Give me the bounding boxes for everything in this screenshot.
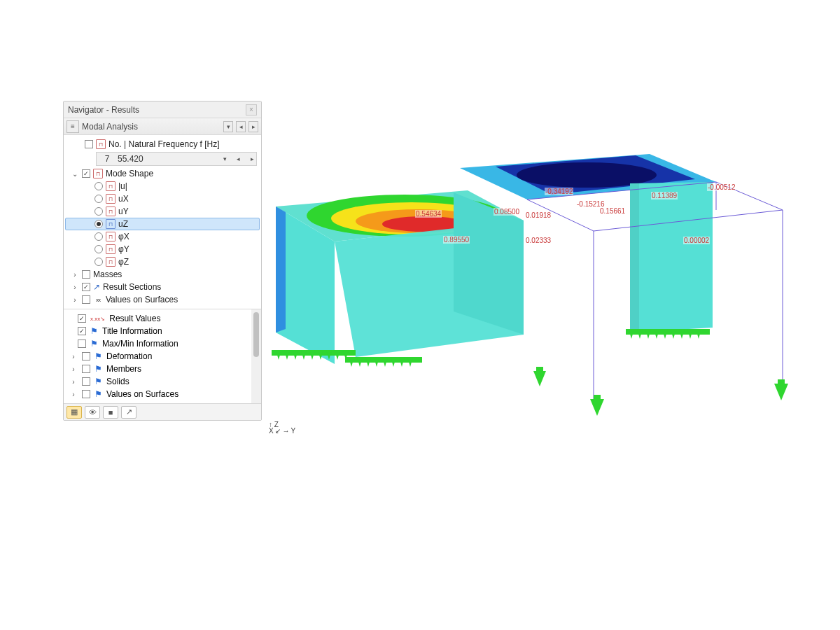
title-info-row[interactable]: ⚑ Title Information <box>65 325 250 337</box>
option-uz[interactable]: ⊓ uZ <box>65 218 260 230</box>
label-uz: uZ <box>118 219 128 229</box>
analysis-next-button[interactable]: ▸ <box>248 121 258 132</box>
option-phiz[interactable]: ⊓ φZ <box>65 255 260 268</box>
glyph-icon: ⊓ <box>106 244 115 254</box>
panel-bottom-toolbar: ▦ 👁 ■ ↗ <box>64 403 261 420</box>
expand-icon[interactable]: › <box>69 378 78 386</box>
tab-view-button[interactable]: 👁 <box>85 406 100 419</box>
expand-icon[interactable]: › <box>71 296 79 304</box>
deformation-label: Deformation <box>106 351 152 361</box>
radio-u-abs[interactable] <box>94 182 103 190</box>
members-checkbox[interactable] <box>82 365 90 373</box>
masses-label: Masses <box>93 270 122 279</box>
option-u-abs[interactable]: ⊓ |u| <box>65 180 260 192</box>
radio-phiy[interactable] <box>94 245 103 253</box>
result-values-icon: x.xx↘ <box>90 316 105 322</box>
navigator-results-panel: Navigator - Results × ≡ Modal Analysis ▾… <box>63 101 262 421</box>
solids-label: Solids <box>106 377 130 386</box>
scrollbar-thumb[interactable] <box>253 312 259 357</box>
glyph-icon: ⊓ <box>106 194 115 204</box>
frequency-checkbox[interactable] <box>85 140 93 148</box>
xx-icon: xx <box>93 295 103 304</box>
tab-graph-button[interactable]: ↗ <box>121 406 136 419</box>
frequency-selector[interactable]: 7 55.420 ▾ ◂ ▸ <box>96 152 257 166</box>
tab-camera-button[interactable]: ■ <box>103 406 118 419</box>
flag-icon: ⚑ <box>90 339 98 349</box>
results-tree-upper: ⊓ No. | Natural Frequency f [Hz] 7 55.42… <box>64 135 261 309</box>
title-info-checkbox[interactable] <box>78 327 86 335</box>
option-uy[interactable]: ⊓ uY <box>65 205 260 218</box>
values-on-surfaces-checkbox[interactable] <box>82 295 90 304</box>
frequency-prev-button[interactable]: ◂ <box>234 155 242 162</box>
analysis-type-dropdown-icon[interactable]: ▾ <box>223 121 233 132</box>
flag-icon: ⚑ <box>94 377 102 386</box>
frequency-next-button[interactable]: ▸ <box>248 155 256 162</box>
result-values-row[interactable]: x.xx↘ Result Values <box>65 312 250 325</box>
deformation-checkbox[interactable] <box>82 352 90 360</box>
frequency-value: 55.420 <box>118 154 218 164</box>
option-phiy[interactable]: ⊓ φY <box>65 243 260 255</box>
values-on-surfaces-row[interactable]: › xx Values on Surfaces <box>65 293 260 306</box>
value-tag: 0.08500 <box>493 208 520 216</box>
values-on-surfaces-lower-row[interactable]: › ⚑ Values on Surfaces <box>65 388 250 400</box>
result-sections-row[interactable]: › ↗ Result Sections <box>65 281 260 293</box>
title-info-label: Title Information <box>102 326 162 336</box>
option-ux[interactable]: ⊓ uX <box>65 192 260 205</box>
mode-shape-glyph-icon: ⊓ <box>93 169 103 178</box>
expand-icon[interactable]: › <box>69 365 78 373</box>
radio-phix[interactable] <box>94 232 103 241</box>
expand-icon[interactable]: ⌄ <box>71 170 79 178</box>
glyph-icon: ⊓ <box>106 232 115 241</box>
frequency-dropdown-icon[interactable]: ▾ <box>223 155 228 162</box>
maxmin-row[interactable]: ⚑ Max/Min Information <box>65 337 250 350</box>
expand-icon[interactable]: › <box>69 391 78 398</box>
expand-icon[interactable]: › <box>71 284 79 291</box>
expand-icon[interactable]: › <box>71 271 79 279</box>
analysis-type-bar: ≡ Modal Analysis ▾ ◂ ▸ <box>64 118 261 135</box>
svg-marker-48 <box>590 399 604 416</box>
close-icon[interactable]: × <box>246 104 257 115</box>
radio-phiz[interactable] <box>94 258 103 266</box>
flag-icon: ⚑ <box>94 389 102 399</box>
expand-icon[interactable]: › <box>69 353 78 360</box>
results-tree-lower: x.xx↘ Result Values ⚑ Title Information … <box>64 309 261 403</box>
analysis-prev-button[interactable]: ◂ <box>236 121 246 132</box>
maxmin-checkbox[interactable] <box>78 340 86 348</box>
model-viewport[interactable]: 0.54634 0.89550 0.08500 0.01918 0.02333 … <box>265 140 811 441</box>
svg-marker-13 <box>630 183 639 332</box>
label-phiz: φZ <box>118 257 129 267</box>
value-tag: -0.34192 <box>545 188 573 195</box>
value-tag: 0.15661 <box>599 207 626 215</box>
solids-checkbox[interactable] <box>82 377 90 386</box>
svg-marker-50 <box>774 384 788 400</box>
analysis-type-icon: ≡ <box>66 120 79 133</box>
tab-display-button[interactable]: ▦ <box>66 406 82 419</box>
section-icon: ↗ <box>93 282 100 292</box>
radio-uy[interactable] <box>94 207 103 216</box>
members-label: Members <box>106 364 141 374</box>
axis-triad: ↑ Z X↙ → Y <box>269 421 295 434</box>
option-phix[interactable]: ⊓ φX <box>65 230 260 243</box>
panel-titlebar[interactable]: Navigator - Results × <box>64 102 261 118</box>
values-on-surfaces-lower-checkbox[interactable] <box>82 390 90 398</box>
mode-shape-checkbox[interactable] <box>82 169 90 178</box>
label-u-abs: |u| <box>118 181 127 191</box>
frequency-header-row: ⊓ No. | Natural Frequency f [Hz] <box>65 138 260 150</box>
mode-shape-row[interactable]: ⌄ ⊓ Mode Shape <box>65 167 260 180</box>
values-on-surfaces-lower-label: Values on Surfaces <box>106 389 178 399</box>
result-sections-checkbox[interactable] <box>82 283 90 291</box>
values-on-surfaces-label: Values on Surfaces <box>106 295 178 304</box>
masses-checkbox[interactable] <box>82 270 90 279</box>
result-values-checkbox[interactable] <box>78 314 86 323</box>
radio-uz[interactable] <box>94 220 103 228</box>
frequency-number: 7 <box>102 154 112 164</box>
value-tag: 0.54634 <box>415 210 442 218</box>
deformation-row[interactable]: › ⚑ Deformation <box>65 350 250 363</box>
members-row[interactable]: › ⚑ Members <box>65 363 250 375</box>
flag-icon: ⚑ <box>94 351 102 361</box>
lower-scrollbar[interactable] <box>251 309 261 403</box>
solids-row[interactable]: › ⚑ Solids <box>65 375 250 388</box>
radio-ux[interactable] <box>94 195 103 203</box>
masses-row[interactable]: › Masses <box>65 268 260 281</box>
svg-rect-47 <box>536 367 543 371</box>
